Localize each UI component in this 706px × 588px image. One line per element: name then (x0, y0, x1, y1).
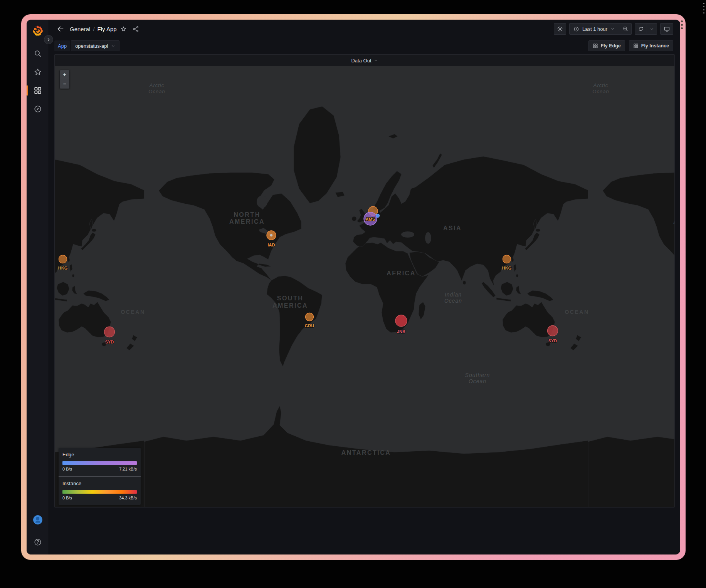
sidebar-item-starred[interactable] (30, 64, 45, 80)
sidebar-item-profile[interactable] (30, 512, 45, 528)
sidebar-item-explore[interactable] (30, 101, 45, 117)
map-marker-label-syd-east: SYD (548, 338, 557, 343)
search-icon (34, 49, 42, 58)
window-frame: General / Fly App (21, 14, 686, 560)
label-indian-ocean-2: Ocean (444, 298, 462, 304)
panel-title: Data Out (351, 58, 371, 64)
label-africa: AFRICA (387, 270, 415, 276)
compass-icon (34, 105, 42, 113)
map-marker-label-ams-edge: AMS (366, 217, 375, 221)
label-asia: ASIA (443, 225, 462, 231)
chevron-down-icon (374, 59, 378, 63)
fly-edge-label: Fly Edge (601, 43, 621, 49)
clock-icon (573, 26, 579, 32)
zoom-out-icon (622, 26, 629, 32)
map-marker-label-hkg-west: HKG (58, 266, 67, 270)
grafana-window: General / Fly App (27, 20, 680, 554)
refresh-group (635, 23, 657, 35)
star-dashboard-button[interactable] (118, 23, 129, 34)
refresh-button[interactable] (635, 23, 647, 35)
sidebar-item-help[interactable] (30, 534, 45, 550)
tv-mode-button[interactable] (660, 23, 673, 35)
time-zoom-out-button[interactable] (619, 23, 632, 35)
grid-icon (593, 43, 598, 49)
fly-instance-link[interactable]: Fly Instance (629, 40, 673, 51)
refresh-icon (638, 26, 644, 32)
legend-edge: Edge 0 B/s 7.21 kB/s (59, 448, 141, 476)
dashboard-header: General / Fly App (49, 20, 680, 38)
map-zoom-out-button[interactable]: − (60, 79, 69, 89)
map-zoom-controls: + − (59, 70, 70, 89)
legend-edge-title: Edge (62, 452, 137, 457)
fly-edge-link[interactable]: Fly Edge (588, 40, 625, 51)
breadcrumb: General / Fly App (70, 26, 117, 32)
label-north-america-2: AMERICA (229, 218, 265, 225)
label-north-america-1: NORTH (234, 211, 260, 218)
time-range-label: Last 1 hour (582, 26, 607, 32)
map-marker-jnb[interactable] (395, 315, 407, 327)
share-dashboard-button[interactable] (131, 23, 141, 34)
map-marker-ams-edge-min[interactable] (376, 214, 380, 218)
avatar (33, 515, 43, 525)
map-marker-syd-east[interactable] (548, 326, 558, 336)
chevron-down-icon (650, 27, 654, 31)
legend-edge-max: 7.21 kB/s (119, 467, 137, 471)
dashboard-settings-button[interactable] (554, 23, 566, 35)
label-south-america-1: SOUTH (277, 295, 304, 302)
dashboard-links: Fly Edge Fly Instance (588, 40, 673, 51)
header-toolbar: Last 1 hour (554, 23, 673, 35)
main-area: General / Fly App (49, 20, 680, 554)
dashboard-submenu: App openstatus-api Fly Edge Fly Instance (49, 38, 680, 54)
grafana-logo-icon[interactable] (32, 25, 44, 37)
map-marker-label-jnb: JNB (397, 329, 405, 334)
map-marker-hkg-east[interactable] (503, 255, 511, 263)
variable-label[interactable]: App (54, 40, 70, 51)
label-southern-ocean-2: Ocean (469, 378, 486, 384)
legend-instance-title: Instance (62, 481, 137, 486)
map-marker-label-iad: IAD (268, 243, 275, 247)
dashboards-grid-icon (34, 86, 42, 95)
map-marker-hkg-west[interactable] (59, 255, 67, 263)
legend-instance: Instance 0 B/s 34.3 kB/s (59, 477, 141, 505)
chevron-down-icon (111, 44, 115, 48)
instance-gradient (62, 490, 137, 494)
refresh-interval-button[interactable] (647, 23, 657, 35)
screen-edge-dots (703, 3, 704, 13)
map-marker-syd-west[interactable] (104, 327, 115, 337)
legend-instance-max: 34.3 kB/s (119, 496, 137, 500)
monitor-icon (664, 26, 670, 32)
sidebar-item-search[interactable] (30, 46, 45, 61)
back-button[interactable] (54, 23, 67, 35)
gear-icon (557, 26, 563, 32)
map-marker-dot-iad (270, 234, 272, 236)
frame-handle-dots (681, 20, 683, 29)
variable-select[interactable]: openstatus-api (71, 40, 119, 51)
map-zoom-in-button[interactable]: + (60, 70, 69, 79)
sidebar-expand-button[interactable] (44, 35, 53, 44)
label-arctic-ocean-1: Arctic (149, 82, 165, 88)
help-icon (34, 538, 42, 546)
breadcrumb-separator: / (93, 26, 94, 32)
map-legend: Edge 0 B/s 7.21 kB/s Instance (59, 448, 141, 505)
time-range-button[interactable]: Last 1 hour (569, 23, 619, 35)
label-pacific-ocean: OCEAN (565, 309, 589, 315)
grid-icon (633, 43, 639, 49)
map-marker-label-syd-west: SYD (105, 340, 114, 344)
map-canvas: Arctic Ocean NORTH AMERICA ASIA AFRICA S… (55, 66, 674, 507)
map-marker-gru[interactable] (306, 313, 314, 321)
label-arctic-ocean-2: Ocean (148, 89, 165, 94)
label-south-america-2: AMERICA (272, 302, 308, 309)
sidebar-item-dashboards[interactable] (30, 83, 45, 98)
label-southern-ocean-1: Southern (465, 372, 490, 378)
star-icon (34, 68, 42, 76)
page-title: Fly App (97, 26, 117, 32)
variable-value: openstatus-api (75, 43, 108, 49)
time-picker-group: Last 1 hour (569, 23, 632, 35)
panel-header[interactable]: Data Out (55, 55, 674, 66)
world-map[interactable]: Arctic Ocean NORTH AMERICA ASIA AFRICA S… (55, 66, 674, 507)
legend-instance-min: 0 B/s (62, 496, 72, 500)
map-marker-label-gru: GRU (305, 323, 314, 328)
legend-edge-min: 0 B/s (62, 467, 72, 471)
breadcrumb-section[interactable]: General (70, 26, 90, 32)
map-marker-label-hkg-east: HKG (502, 266, 511, 270)
